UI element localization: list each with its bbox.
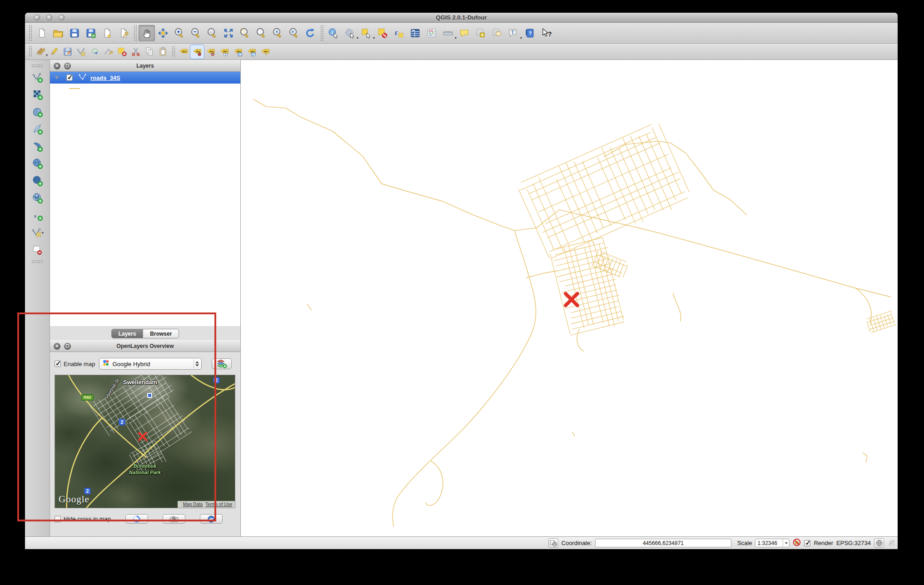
- toggle-extents-button[interactable]: [548, 538, 558, 548]
- expand-triangle-icon[interactable]: [55, 76, 59, 79]
- zoom-native-button[interactable]: 1:1: [204, 25, 220, 41]
- terms-of-use-link[interactable]: Terms of Use: [205, 502, 232, 507]
- tab-layers[interactable]: Layers: [111, 329, 144, 338]
- float-panel-icon[interactable]: ❐: [64, 343, 71, 350]
- refresh-button[interactable]: [302, 25, 318, 41]
- identify-button[interactable]: i: [325, 25, 342, 41]
- composer-manager-button[interactable]: [115, 25, 132, 41]
- add-raster-button[interactable]: [30, 87, 45, 102]
- node-tool-button[interactable]: [102, 45, 115, 59]
- save-as-button[interactable]: [83, 25, 99, 41]
- delete-selected-button[interactable]: [115, 45, 129, 59]
- show-bookmarks-button[interactable]: [489, 25, 505, 41]
- overview-map[interactable]: Swellendam Voortrek-St R60 2 2 2 Bontebo…: [55, 375, 235, 508]
- toolbar-drag-handle[interactable]: [172, 46, 175, 57]
- enable-map-checkbox[interactable]: [55, 361, 61, 367]
- render-checkbox[interactable]: [804, 540, 810, 546]
- map-tips-button[interactable]: [456, 25, 472, 41]
- toolbar-drag-handle[interactable]: [31, 260, 43, 263]
- whats-this-button[interactable]: ?: [538, 25, 554, 41]
- add-vector-button[interactable]: [30, 70, 45, 84]
- cut-button[interactable]: [129, 45, 143, 59]
- measure-button[interactable]: ▾: [440, 25, 456, 41]
- move-feature-button[interactable]: [88, 45, 102, 59]
- zoom-in-button[interactable]: [171, 25, 188, 41]
- select-expression-button[interactable]: ε: [391, 25, 407, 41]
- deselect-button[interactable]: [374, 25, 391, 41]
- annotation-button[interactable]: T▾: [505, 25, 522, 41]
- zoom-layer-button[interactable]: [253, 25, 269, 41]
- new-bookmark-button[interactable]: [472, 25, 489, 41]
- save-edits-button[interactable]: [61, 45, 75, 59]
- digitize-button[interactable]: ▾: [34, 45, 47, 59]
- map-data-link[interactable]: Map Data: [183, 502, 203, 507]
- file-new-button[interactable]: [34, 25, 50, 41]
- toolbar-drag-handle[interactable]: [29, 46, 32, 57]
- new-composer-button[interactable]: [99, 25, 115, 41]
- toolbar-drag-handle[interactable]: [320, 25, 323, 41]
- folder-open-button[interactable]: [50, 25, 66, 41]
- map-provider-dropdown[interactable]: Google Hybrid: [99, 358, 202, 370]
- zoom-out-button[interactable]: [188, 25, 204, 41]
- add-wfs-button[interactable]: [30, 191, 45, 205]
- crs-status-button[interactable]: [874, 538, 884, 548]
- copy-button[interactable]: [143, 45, 156, 59]
- label-move-button[interactable]: abc: [231, 45, 245, 59]
- map-canvas[interactable]: [241, 60, 898, 536]
- attribute-table-button[interactable]: [407, 25, 423, 41]
- scale-combobox[interactable]: [755, 539, 790, 547]
- toolbar-drag-handle[interactable]: [29, 25, 32, 41]
- node-v-icon: [76, 46, 87, 57]
- float-panel-icon[interactable]: ❐: [64, 63, 71, 69]
- label-visibility-button[interactable]: abc: [218, 45, 231, 59]
- node-v-button[interactable]: [75, 45, 88, 59]
- add-delimited-button[interactable]: ,: [30, 208, 45, 223]
- label-rotate-button[interactable]: abc: [245, 45, 258, 59]
- label-properties-button[interactable]: abc: [258, 45, 272, 59]
- scale-input[interactable]: [755, 540, 783, 546]
- label-abc-button[interactable]: abc: [177, 45, 190, 59]
- save-button[interactable]: [66, 25, 83, 41]
- zoom-last-button[interactable]: [269, 25, 286, 41]
- refresh-overview-button[interactable]: [125, 514, 148, 524]
- zoom-next-button[interactable]: [286, 25, 302, 41]
- close-panel-icon[interactable]: ✕: [54, 343, 60, 350]
- feature-action-button[interactable]: ▾: [342, 25, 358, 41]
- add-wcs-button[interactable]: [30, 174, 45, 188]
- toolbar-drag-handle[interactable]: [31, 64, 43, 67]
- title-bar[interactable]: QGIS 2.0.1-Dufour: [25, 13, 898, 23]
- toolbar-drag-handle[interactable]: [134, 25, 137, 41]
- scale-dropdown-arrow-icon[interactable]: [783, 539, 789, 547]
- add-mssql-button[interactable]: [30, 139, 45, 154]
- copy-icon: [144, 46, 155, 57]
- add-spatialite-button[interactable]: [30, 122, 45, 136]
- pan-selection-button[interactable]: [155, 25, 171, 41]
- google-earth-button[interactable]: [200, 514, 223, 524]
- tab-browser[interactable]: Browser: [143, 329, 179, 338]
- add-postgis-button[interactable]: [30, 104, 45, 119]
- zoom-full-button[interactable]: [220, 25, 237, 41]
- select-features-button[interactable]: ▾: [358, 25, 374, 41]
- add-overview-layer-button[interactable]: [212, 358, 232, 369]
- layer-visibility-checkbox[interactable]: [66, 74, 73, 81]
- zoom-layer-icon: [255, 27, 267, 39]
- add-wms-button[interactable]: [30, 156, 45, 171]
- help-button[interactable]: ?: [522, 25, 538, 41]
- layer-row-roads-34s[interactable]: roads_34S: [50, 72, 240, 84]
- zoom-selection-button[interactable]: [237, 25, 253, 41]
- current-edits-button[interactable]: [47, 45, 61, 59]
- new-shapefile-button[interactable]: ▾: [30, 225, 45, 240]
- screenshot-button[interactable]: [163, 514, 185, 524]
- hide-cross-checkbox[interactable]: [55, 516, 61, 522]
- remove-layer-button[interactable]: [30, 243, 45, 257]
- label-pin-selected-button[interactable]: abc: [190, 45, 204, 59]
- resize-grip[interactable]: [889, 540, 895, 546]
- stop-render-icon[interactable]: [793, 538, 801, 548]
- new-composer-icon: [101, 27, 113, 39]
- coordinate-input[interactable]: [595, 539, 731, 547]
- close-panel-icon[interactable]: ✕: [54, 63, 60, 69]
- label-pin-button[interactable]: abc: [204, 45, 218, 59]
- field-calculator-button[interactable]: [423, 25, 440, 41]
- paste-button[interactable]: [156, 45, 170, 59]
- pan-button[interactable]: [139, 25, 155, 41]
